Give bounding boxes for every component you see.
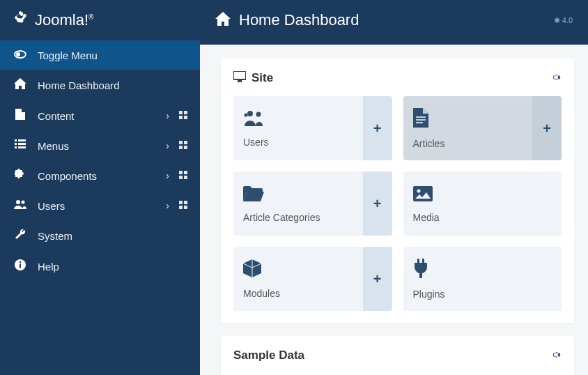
card-article-categories[interactable]: Article Categories + [233, 171, 392, 236]
svg-rect-2 [179, 111, 183, 114]
card-label: Modules [243, 288, 353, 299]
svg-rect-4 [179, 116, 183, 119]
svg-rect-17 [184, 171, 187, 174]
nav-label: Users [38, 200, 166, 212]
card-users[interactable]: Users + [233, 96, 392, 160]
svg-point-32 [256, 112, 261, 116]
nav-label: Home Dashboard [38, 79, 187, 91]
svg-rect-3 [184, 111, 187, 114]
nav-label: Menus [38, 140, 166, 152]
page-title: Home Dashboard [239, 11, 359, 29]
gear-icon[interactable] [550, 72, 562, 85]
nav-home-dashboard[interactable]: Home Dashboard [0, 70, 200, 100]
box-icon [243, 259, 353, 282]
nav-help[interactable]: Help [0, 251, 200, 282]
card-plugins[interactable]: Plugins [403, 247, 562, 311]
grid-icon[interactable] [179, 171, 187, 181]
add-button[interactable]: + [532, 96, 562, 160]
svg-point-1 [16, 52, 20, 56]
card-label: Article Categories [243, 212, 353, 223]
panel-site: Site Users + Articles + [221, 59, 574, 323]
home-icon [13, 78, 28, 92]
svg-rect-37 [413, 186, 433, 201]
card-articles[interactable]: Articles + [403, 96, 562, 160]
svg-rect-5 [184, 116, 187, 119]
chevron-right-icon: › [166, 110, 169, 121]
topbar: Home Dashboard ✱ 4.0 [200, 0, 588, 45]
svg-point-21 [22, 201, 25, 204]
svg-rect-30 [238, 80, 242, 82]
grid-icon[interactable] [179, 111, 187, 121]
svg-point-33 [245, 113, 248, 116]
svg-rect-12 [179, 141, 183, 144]
users-icon [13, 199, 28, 212]
image-icon [413, 185, 552, 206]
card-grid: Users + Articles + Article Categories [233, 96, 562, 311]
monitor-icon [233, 71, 246, 85]
card-label: Plugins [413, 289, 552, 300]
svg-rect-14 [179, 146, 183, 149]
svg-rect-19 [184, 176, 187, 179]
nav-components[interactable]: Components › [0, 160, 200, 191]
grid-icon[interactable] [179, 201, 187, 211]
nav-label: Content [38, 110, 166, 122]
nav-menus[interactable]: Menus › [0, 131, 200, 160]
nav-label: Toggle Menu [38, 49, 187, 61]
nav-label: Components [38, 170, 166, 182]
card-media[interactable]: Media [403, 171, 562, 236]
svg-rect-39 [417, 259, 419, 263]
chevron-right-icon: › [166, 140, 169, 151]
grid-icon[interactable] [179, 141, 187, 151]
svg-rect-13 [184, 141, 187, 144]
logo[interactable]: Joomla!® [0, 0, 200, 40]
add-button[interactable]: + [363, 96, 392, 160]
nav-users[interactable]: Users › [0, 191, 200, 220]
card-modules[interactable]: Modules + [233, 247, 392, 311]
nav-system[interactable]: System [0, 220, 200, 251]
panel-title: Sample Data [233, 349, 304, 362]
svg-rect-8 [15, 143, 17, 145]
content: Site Users + Articles + [200, 45, 588, 375]
svg-rect-29 [233, 71, 246, 79]
chevron-right-icon: › [166, 200, 169, 211]
svg-point-27 [20, 261, 21, 263]
svg-rect-34 [416, 116, 426, 118]
svg-rect-11 [18, 146, 26, 148]
users-icon [243, 109, 353, 131]
svg-rect-24 [179, 206, 183, 209]
nav: Toggle Menu Home Dashboard Content › Men… [0, 40, 200, 282]
svg-point-38 [417, 189, 420, 192]
svg-point-31 [247, 111, 253, 116]
puzzle-icon [13, 169, 28, 183]
svg-rect-40 [422, 259, 424, 263]
card-label: Media [413, 212, 552, 223]
svg-rect-23 [184, 201, 187, 204]
card-label: Users [243, 137, 353, 148]
svg-rect-10 [15, 146, 17, 148]
nav-content[interactable]: Content › [0, 100, 200, 131]
svg-rect-36 [416, 122, 423, 123]
sidebar: Joomla!® Toggle Menu Home Dashboard Cont… [0, 0, 200, 375]
nav-toggle-menu[interactable]: Toggle Menu [0, 40, 200, 70]
file-icon [13, 109, 28, 123]
svg-rect-6 [15, 139, 17, 141]
svg-rect-28 [20, 264, 21, 268]
add-button[interactable]: + [363, 247, 392, 311]
svg-rect-25 [184, 206, 187, 209]
add-button[interactable]: + [363, 171, 392, 236]
joomla-logo-icon [13, 10, 29, 31]
info-icon [13, 259, 28, 273]
svg-rect-9 [18, 143, 26, 145]
nav-label: System [38, 230, 187, 242]
main: Home Dashboard ✱ 4.0 Site Users + [200, 0, 588, 375]
wrench-icon [13, 229, 28, 243]
chevron-right-icon: › [166, 170, 169, 181]
toggle-icon [13, 49, 28, 61]
brand-text: Joomla!® [35, 11, 93, 29]
list-icon [13, 139, 28, 152]
panel-title: Site [252, 71, 273, 85]
svg-rect-35 [416, 119, 426, 121]
nav-label: Help [38, 261, 187, 273]
gear-icon[interactable] [550, 349, 562, 362]
plug-icon [413, 259, 552, 283]
